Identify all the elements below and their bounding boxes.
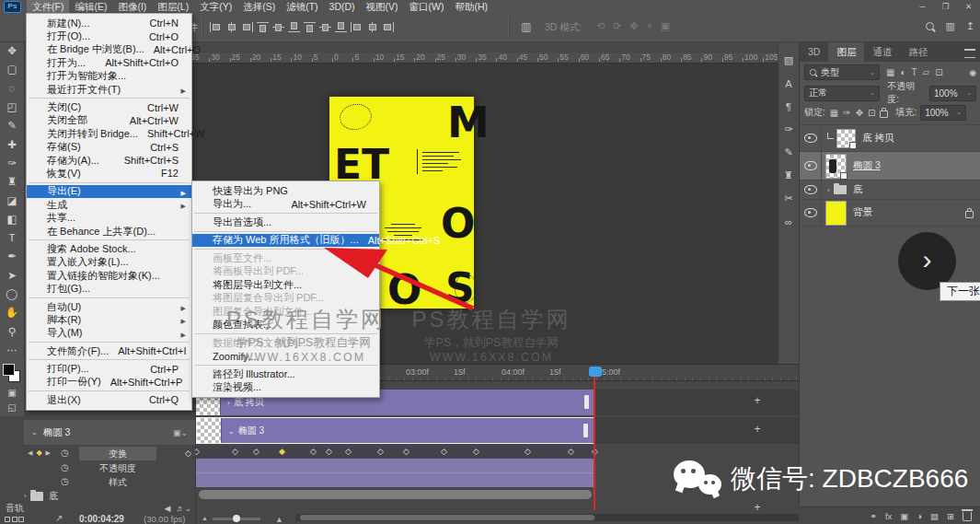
visibility-toggle[interactable] <box>800 200 822 226</box>
menu-item[interactable]: 文件简介(F)... Alt+Shift+Ctrl+I <box>27 344 191 357</box>
submenu-item[interactable]: 图层复合导出到文件... <box>192 305 379 319</box>
menu-item[interactable]: 打开(O)... Ctrl+O <box>27 29 191 42</box>
search-icon[interactable] <box>926 22 934 30</box>
layer-thumbnail[interactable] <box>825 201 847 226</box>
playhead[interactable] <box>589 367 602 377</box>
keyframe-diamond[interactable]: ◇ <box>441 447 447 456</box>
menu-item[interactable]: 存储(S) Ctrl+S <box>27 141 191 154</box>
property-row[interactable]: ◀◆▶ ◷ 不透明度 ◇ <box>0 461 195 475</box>
menubar-item[interactable]: 视图(V) <box>361 0 404 13</box>
keyframe-diamond[interactable]: ◇ <box>403 447 409 456</box>
submenu-item[interactable]: 将画板导出到 PDF... <box>192 265 379 279</box>
tool-button[interactable]: ✥ <box>0 41 24 60</box>
menu-item[interactable]: 在 Behance 上共享(D)... <box>27 225 191 238</box>
lock-option-icon[interactable]: ⊡ <box>868 108 875 118</box>
align-icon[interactable] <box>210 22 222 32</box>
audio-settings-icon[interactable]: ♬⌄ <box>176 504 191 513</box>
menu-item[interactable]: 生成 <box>27 198 191 211</box>
menubar-item[interactable]: 3D(D) <box>324 0 361 13</box>
keyframe-diamond[interactable]: ◇ <box>232 447 238 456</box>
dock-panel-icon[interactable]: ✑ <box>784 118 792 141</box>
tool-button[interactable]: ⚲ <box>0 321 24 340</box>
visibility-toggle[interactable] <box>800 180 822 199</box>
lock-all-icon[interactable] <box>880 111 888 118</box>
submenu-item[interactable]: 快速导出为 PNG <box>192 184 379 198</box>
submenu-item[interactable]: 路径到 Illustrator... <box>192 367 379 381</box>
add-media-button[interactable]: + <box>750 423 765 436</box>
align-icon[interactable] <box>272 22 284 32</box>
menubar-item[interactable]: 文件(F) <box>27 0 69 13</box>
layer-filter-icon[interactable]: ▦ <box>886 67 894 77</box>
keyframe-diamond[interactable]: ◇ <box>310 447 317 456</box>
layers-footer-icon[interactable]: ▣ <box>900 511 908 521</box>
lock-option-icon[interactable]: ✑ <box>843 108 850 118</box>
distribute-icon[interactable]: ▥ <box>521 20 531 33</box>
track-options-icon[interactable]: ▣⌄ <box>173 428 188 437</box>
submenu-item[interactable]: 导出为... Alt+Shift+Ctrl+W <box>192 198 379 212</box>
foreground-color-swatch[interactable] <box>3 364 15 376</box>
menubar-item[interactable]: 文字(Y) <box>194 0 237 13</box>
menubar-item[interactable]: 图层(L) <box>152 0 194 13</box>
mute-icon[interactable]: ◀ <box>165 504 171 513</box>
track-group-header[interactable]: ⌄ 椭圆 3 ▣⌄ <box>24 420 195 445</box>
menu-item[interactable]: 置入嵌入对象(L)... <box>27 256 191 269</box>
menu-item[interactable]: 导出(E) <box>27 185 191 198</box>
window-control-button[interactable]: ❐ <box>934 0 957 13</box>
tool-button[interactable]: T <box>0 228 24 247</box>
property-row[interactable]: ◀◆▶ ◷ 变换 ◇ <box>0 447 195 460</box>
tool-button[interactable]: ✒ <box>0 247 24 265</box>
background-layer-row[interactable]: 背景 <box>800 200 980 227</box>
menu-item[interactable]: 脚本(R) <box>27 313 191 326</box>
tool-button[interactable]: ✑ <box>0 154 24 172</box>
align-icon[interactable] <box>241 22 253 32</box>
group-track-label[interactable]: › 底 <box>24 489 58 503</box>
keyframe-navigator[interactable]: ◀◆▶ <box>28 449 51 457</box>
menu-item[interactable]: 置入链接的智能对象(K)... <box>27 269 191 282</box>
align-icon[interactable] <box>335 22 347 32</box>
share-icon[interactable]: ↥ <box>966 20 974 32</box>
submenu-item[interactable]: 将图层导出到文件... <box>192 278 379 292</box>
window-control-button[interactable]: ✕ <box>957 0 980 13</box>
keyframe-diamond[interactable]: ◆ <box>279 447 285 456</box>
menu-item[interactable]: 恢复(V) F12 <box>27 167 191 180</box>
layer-row[interactable]: 底 拷贝 <box>800 125 980 152</box>
menu-item[interactable]: 关闭并转到 Bridge... Shift+Ctrl+W <box>27 127 191 140</box>
tool-button[interactable]: ◰ <box>0 98 24 116</box>
menu-item[interactable]: 打印一份(Y) Alt+Shift+Ctrl+P <box>27 376 191 389</box>
menu-item[interactable]: 打包(G)... <box>27 282 191 295</box>
menu-item[interactable]: 打开为... Alt+Shift+Ctrl+O <box>27 56 191 69</box>
menu-item[interactable]: 打印(P)... Ctrl+P <box>27 362 191 375</box>
frame-animation-icon[interactable] <box>5 517 24 522</box>
tool-button[interactable]: ➤ <box>0 266 24 285</box>
dock-panel-icon[interactable]: ¶ <box>786 95 791 118</box>
menubar-item[interactable]: 滤镜(T) <box>281 0 323 13</box>
lock-option-icon[interactable]: ▦ <box>830 108 838 118</box>
hscrollbar-thumb[interactable] <box>300 515 594 520</box>
keyframe-diamond[interactable]: ◇ <box>326 447 332 456</box>
blend-mode-select[interactable]: 正常 <box>804 86 880 101</box>
tool-button[interactable]: ✎ <box>0 116 24 134</box>
menubar-item[interactable]: 编辑(E) <box>69 0 112 13</box>
dock-panel-icon[interactable]: ✂ <box>784 187 792 210</box>
workspace-switcher-icon[interactable]: ▥ <box>945 20 954 32</box>
tool-button[interactable]: ◯ <box>0 285 24 303</box>
tool-button[interactable]: ♜ <box>0 172 24 191</box>
keyframe-diamond[interactable]: ◇ <box>377 447 384 456</box>
filter-pin-icon[interactable]: ◉ <box>969 68 976 77</box>
layer-filter-icon[interactable]: T <box>912 67 917 77</box>
menubar-item[interactable]: 窗口(W) <box>404 0 450 13</box>
tool-button[interactable]: ✚ <box>0 134 24 153</box>
layers-footer-icon[interactable] <box>963 512 972 521</box>
panel-tab[interactable]: 路径 <box>900 41 936 62</box>
clip-end-handle[interactable] <box>584 395 589 409</box>
tool-button[interactable]: ◌ <box>0 79 24 98</box>
keyframe-diamond[interactable]: ◇ <box>568 447 574 456</box>
window-control-button[interactable]: ─ <box>911 0 934 13</box>
submenu-item[interactable]: 颜色查找表... <box>192 319 379 332</box>
menu-item[interactable]: 打开为智能对象... <box>27 70 191 83</box>
align-icon[interactable] <box>319 22 331 32</box>
menubar-item[interactable]: 选择(S) <box>237 0 281 13</box>
add-media-button[interactable]: + <box>750 394 765 407</box>
layer-filter-select[interactable]: 类型 <box>804 64 880 80</box>
opacity-value[interactable]: 100% <box>929 86 976 101</box>
